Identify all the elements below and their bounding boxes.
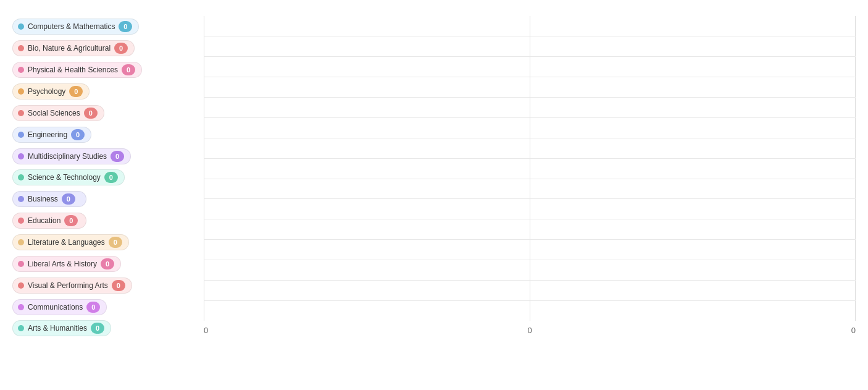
x-axis-label: 0	[204, 326, 208, 335]
bar-label-row: Business0	[12, 189, 204, 210]
value-badge: 0	[62, 193, 75, 205]
value-badge: 0	[91, 323, 104, 334]
chart-area: Computers & Mathematics0Bio, Nature & Ag…	[12, 16, 856, 339]
h-bar-row	[204, 98, 856, 118]
h-bar-row	[204, 159, 856, 179]
h-bar-row	[204, 179, 856, 200]
category-pill: Liberal Arts & History0	[12, 256, 121, 272]
category-pill: Arts & Humanities0	[12, 320, 111, 336]
pill-label: Arts & Humanities	[28, 324, 87, 333]
pill-label: Social Sciences	[28, 109, 80, 117]
bar-label-row: Psychology0	[12, 81, 204, 103]
category-pill: Bio, Nature & Agricultural0	[12, 40, 135, 56]
category-pill: Computers & Mathematics0	[12, 19, 139, 35]
bar-label-row: Science & Technology0	[12, 167, 204, 189]
pill-dot	[18, 261, 24, 267]
h-bar-row	[204, 301, 856, 321]
pill-label: Liberal Arts & History	[28, 260, 97, 268]
category-pill: Visual & Performing Arts0	[12, 278, 132, 294]
value-badge: 0	[69, 86, 83, 97]
pill-label: Visual & Performing Arts	[28, 281, 108, 290]
value-badge: 0	[64, 215, 78, 226]
bar-rows-container	[204, 16, 856, 321]
pill-label: Communications	[28, 303, 83, 312]
bar-label-row: Liberal Arts & History0	[12, 253, 204, 274]
pill-label: Education	[28, 216, 61, 225]
pill-dot	[18, 153, 24, 159]
h-bar-row	[204, 57, 856, 77]
x-axis-label: 0	[851, 326, 856, 335]
bar-label-row: Bio, Nature & Agricultural0	[12, 38, 204, 59]
bar-label-row: Communications0	[12, 296, 204, 318]
value-badge: 0	[122, 64, 135, 75]
value-badge: 0	[119, 21, 132, 32]
category-pill: Business0	[12, 191, 86, 207]
pill-dot	[18, 174, 24, 180]
pill-label: Engineering	[28, 130, 67, 139]
category-pill: Psychology0	[12, 83, 90, 100]
value-badge: 0	[71, 129, 85, 140]
pill-dot	[18, 67, 24, 73]
pill-label: Multidisciplinary Studies	[28, 152, 107, 161]
value-badge: 0	[112, 280, 125, 291]
pill-label: Computers & Mathematics	[28, 22, 115, 31]
pill-label: Physical & Health Sciences	[28, 66, 118, 74]
value-badge: 0	[114, 43, 128, 54]
pill-dot	[18, 196, 24, 202]
h-bar-row	[204, 240, 856, 260]
h-bar-row	[204, 77, 856, 98]
category-pill: Science & Technology0	[12, 169, 125, 185]
value-badge: 0	[109, 237, 122, 248]
h-bar-row	[204, 199, 856, 219]
pill-dot	[18, 325, 24, 331]
pill-dot	[18, 88, 24, 95]
h-bar-row	[204, 16, 856, 36]
pill-dot	[18, 239, 24, 245]
value-badge: 0	[111, 151, 124, 162]
category-pill: Social Sciences0	[12, 105, 104, 121]
h-bar-row	[204, 138, 856, 159]
pill-label: Literature & Languages	[28, 238, 105, 247]
h-bar-row	[204, 281, 856, 301]
bar-label-row: Visual & Performing Arts0	[12, 274, 204, 296]
pill-dot	[18, 110, 24, 116]
pill-dot	[18, 304, 24, 310]
category-pill: Physical & Health Sciences0	[12, 62, 142, 78]
value-badge: 0	[101, 258, 114, 269]
pill-label: Psychology	[28, 87, 65, 96]
bar-label-row: Social Sciences0	[12, 102, 204, 124]
category-pill: Education0	[12, 213, 86, 229]
h-bar-row	[204, 219, 856, 240]
h-bar-row	[204, 36, 856, 57]
plot-area: 000	[204, 16, 856, 339]
bar-label-row: Literature & Languages0	[12, 232, 204, 253]
value-badge: 0	[84, 108, 98, 119]
pill-dot	[18, 45, 24, 51]
x-axis-label: 0	[527, 326, 532, 335]
pill-dot	[18, 282, 24, 289]
h-bar-row	[204, 118, 856, 138]
category-pill: Literature & Languages0	[12, 234, 129, 250]
pill-dot	[18, 23, 24, 30]
chart-container: Computers & Mathematics0Bio, Nature & Ag…	[0, 0, 868, 390]
bar-label-row: Computers & Mathematics0	[12, 16, 204, 38]
bar-label-row: Education0	[12, 210, 204, 232]
pill-dot	[18, 132, 24, 138]
category-pill: Engineering0	[12, 127, 91, 143]
pill-dot	[18, 218, 24, 224]
bar-label-row: Arts & Humanities0	[12, 318, 204, 339]
pill-label: Business	[28, 195, 58, 203]
value-badge: 0	[86, 302, 100, 313]
x-axis-labels: 000	[204, 321, 856, 339]
pill-label: Science & Technology	[28, 173, 101, 182]
category-pill: Multidisciplinary Studies0	[12, 148, 131, 164]
bar-label-row: Multidisciplinary Studies0	[12, 145, 204, 167]
category-pill: Communications0	[12, 299, 107, 315]
value-badge: 0	[104, 172, 118, 183]
h-bar-row	[204, 260, 856, 281]
pill-label: Bio, Nature & Agricultural	[28, 44, 111, 53]
bar-label-row: Physical & Health Sciences0	[12, 59, 204, 81]
y-axis: Computers & Mathematics0Bio, Nature & Ag…	[12, 16, 204, 339]
bar-label-row: Engineering0	[12, 124, 204, 145]
